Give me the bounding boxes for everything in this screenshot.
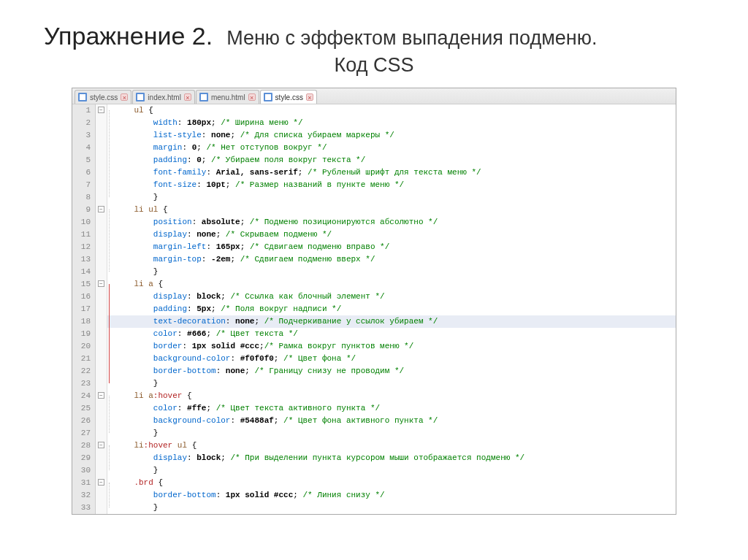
line-number: 33: [77, 502, 91, 514]
line-number: 19: [77, 328, 91, 340]
line-number: 11: [77, 229, 91, 241]
tab-label: index.html: [148, 93, 181, 101]
tab-label: style.css: [90, 93, 118, 101]
title-subtitle: Меню с эффектом выпадения подменю.: [226, 27, 597, 49]
line-number: 25: [77, 402, 91, 415]
bracket-guide: [109, 210, 110, 272]
close-icon[interactable]: ×: [306, 93, 313, 101]
line-number: 23: [77, 377, 91, 390]
bracket-guide: [109, 396, 110, 433]
line-number: 14: [77, 266, 91, 278]
line-number: 32: [77, 489, 91, 502]
line-number: 21: [77, 353, 91, 365]
editor-tab[interactable]: style.css×: [260, 90, 317, 104]
line-number: 22: [77, 365, 91, 377]
code-line[interactable]: border-bottom: none; /* Границу снизу не…: [115, 365, 676, 377]
fold-column: −−−−−−: [96, 104, 107, 514]
line-number: 1: [77, 104, 91, 117]
bracket-guide: [109, 483, 110, 507]
code-line[interactable]: .brd {: [115, 477, 676, 489]
line-number: 5: [77, 154, 91, 166]
fold-toggle-icon[interactable]: −: [98, 107, 104, 113]
close-icon[interactable]: ×: [248, 93, 256, 101]
editor-tabs-bar: style.css×index.html×menu.html×style.css…: [72, 88, 676, 104]
code-line[interactable]: }: [115, 464, 676, 477]
line-number: 9: [77, 204, 91, 216]
title-subtitle-2: Код CSS: [0, 54, 748, 88]
code-line[interactable]: display: block; /* При выделении пункта …: [115, 452, 676, 464]
code-line[interactable]: li:hover ul {: [115, 440, 676, 452]
tab-label: style.css: [275, 93, 303, 101]
line-number: 18: [77, 315, 91, 328]
code-line[interactable]: display: block; /* Ссылка как блочный эл…: [115, 291, 676, 303]
line-number: 2: [77, 117, 91, 129]
line-number: 6: [77, 166, 91, 179]
fold-toggle-icon[interactable]: −: [98, 442, 104, 448]
code-line[interactable]: background-color: #f0f0f0; /* Цвет фона …: [115, 353, 676, 365]
bracket-guide: [109, 445, 110, 470]
file-icon: [264, 93, 272, 101]
line-number: 7: [77, 179, 91, 191]
code-line[interactable]: li a {: [115, 278, 676, 291]
line-number: 4: [77, 142, 91, 154]
line-number: 20: [77, 340, 91, 353]
line-number: 12: [77, 241, 91, 253]
code-line[interactable]: ul {: [115, 104, 676, 117]
code-line[interactable]: text-decoration: none; /* Подчеркивание …: [107, 315, 676, 328]
line-number: 8: [77, 191, 91, 204]
code-line[interactable]: padding: 5px; /* Поля вокруг надписи */: [115, 303, 676, 315]
editor-tab[interactable]: index.html×: [132, 90, 195, 104]
code-line[interactable]: }: [115, 502, 676, 514]
fold-toggle-icon[interactable]: −: [98, 280, 104, 287]
line-number: 24: [77, 390, 91, 402]
line-number: 16: [77, 291, 91, 303]
code-content[interactable]: ul { width: 180px; /* Ширина меню */ lis…: [107, 104, 676, 514]
code-line[interactable]: li ul {: [115, 204, 676, 216]
code-line[interactable]: background-color: #5488af; /* Цвет фона …: [115, 415, 676, 427]
code-line[interactable]: border: 1px solid #ccc;/* Рамка вокруг п…: [115, 340, 676, 353]
line-number: 29: [77, 452, 91, 464]
code-line[interactable]: list-style: none; /* Для списка убираем …: [115, 129, 676, 142]
code-line[interactable]: }: [115, 266, 676, 278]
code-area[interactable]: 1234567891011121314151617181920212223242…: [72, 104, 676, 514]
code-line[interactable]: margin-left: 165px; /* Сдвигаем подменю …: [115, 241, 676, 253]
code-line[interactable]: display: none; /* Скрываем подменю */: [115, 229, 676, 241]
fold-toggle-icon[interactable]: −: [98, 206, 104, 212]
bracket-guide: [109, 110, 110, 197]
code-line[interactable]: font-family: Arial, sans-serif; /* Рубле…: [115, 166, 676, 179]
code-line[interactable]: font-size: 10pt; /* Размер названий в пу…: [115, 179, 676, 191]
line-number: 15: [77, 278, 91, 291]
line-number: 17: [77, 303, 91, 315]
fold-toggle-icon[interactable]: −: [98, 479, 104, 486]
line-number: 13: [77, 253, 91, 266]
bracket-guide-active: [109, 284, 110, 383]
line-number: 31: [77, 477, 91, 489]
code-line[interactable]: }: [115, 427, 676, 440]
slide-title: Упражнение 2. Меню с эффектом выпадения …: [0, 0, 748, 54]
close-icon[interactable]: ×: [184, 93, 191, 101]
code-line[interactable]: padding: 0; /* Убираем поля вокруг текст…: [115, 154, 676, 166]
code-line[interactable]: color: #666; /* Цвет текста */: [115, 328, 676, 340]
line-number: 30: [77, 464, 91, 477]
code-line[interactable]: margin: 0; /* Нет отступов вокруг */: [115, 142, 676, 154]
code-line[interactable]: }: [115, 191, 676, 204]
line-number-gutter: 1234567891011121314151617181920212223242…: [72, 104, 96, 514]
line-number: 28: [77, 440, 91, 452]
code-line[interactable]: li a:hover {: [115, 390, 676, 402]
code-line[interactable]: border-bottom: 1px solid #ccc; /* Линия …: [115, 489, 676, 502]
file-icon: [136, 93, 145, 101]
title-main: Упражнение 2.: [44, 22, 213, 50]
code-line[interactable]: margin-top: -2em; /* Сдвигаем подменю вв…: [115, 253, 676, 266]
code-line[interactable]: }: [115, 377, 676, 390]
editor-tab[interactable]: style.css×: [75, 90, 131, 104]
code-line[interactable]: color: #ffe; /* Цвет текста активного пу…: [115, 402, 676, 415]
code-line[interactable]: position: absolute; /* Подменю позициони…: [115, 216, 676, 229]
editor-tab[interactable]: menu.html×: [196, 90, 259, 104]
close-icon[interactable]: ×: [121, 93, 128, 101]
line-number: 26: [77, 415, 91, 427]
tab-label: menu.html: [211, 93, 245, 101]
file-icon: [199, 93, 208, 101]
code-line[interactable]: width: 180px; /* Ширина меню */: [115, 117, 676, 129]
code-editor: style.css×index.html×menu.html×style.css…: [72, 88, 676, 515]
fold-toggle-icon[interactable]: −: [98, 392, 104, 399]
